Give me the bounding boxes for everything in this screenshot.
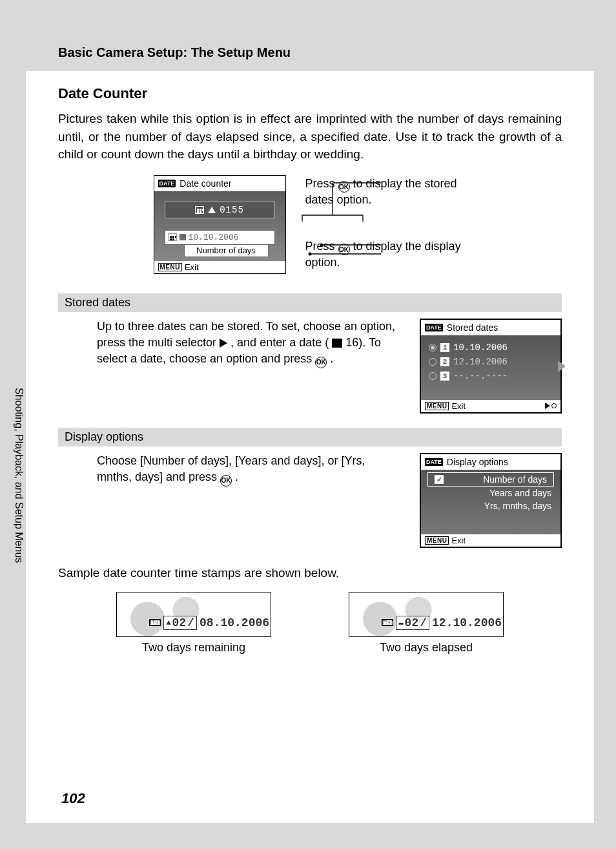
menu-exit-label: Exit [451, 401, 466, 411]
ok-icon: OK [315, 357, 327, 368]
enter-icon [551, 403, 557, 408]
sample-image: 123 ▲ 02/ 08.10.2006 [116, 592, 271, 637]
display-option-label: Yrs, mnths, days [484, 501, 551, 511]
display-options-subsection: Display options Choose [Number of days],… [58, 428, 562, 548]
stored-dates-subsection: Stored dates Up to three dates can be st… [58, 293, 562, 414]
index-badge: 3 [440, 372, 449, 381]
display-option-row: Years and days [424, 487, 558, 499]
menu-chip: MENU [425, 536, 449, 545]
stamp-symbol: ▲ [166, 618, 170, 627]
lcd-stored-dates: DATE Stored dates 1 10.10.2006 2 12.10.2… [420, 319, 562, 414]
body-text: , and enter a date ( [231, 336, 329, 349]
samples-row: 123 ▲ 02/ 08.10.2006 Two days remaining … [58, 592, 562, 655]
lcd-date-counter: DATE Date counter 0155 10.10.2006 Number… [154, 175, 286, 274]
stored-lcd-title: Stored dates [447, 322, 498, 333]
ok-icon: OK [220, 475, 232, 487]
right-triangle-icon [220, 339, 227, 348]
body-text: . [235, 470, 238, 483]
stamp-count: 02 [172, 616, 187, 629]
stamp-symbol: ▬ [398, 618, 403, 627]
stop-icon [180, 234, 186, 240]
stored-date-row: 2 12.10.2006 [424, 355, 558, 369]
date-counter-diagram: DATE Date counter 0155 10.10.2006 Number… [58, 175, 562, 274]
page-header: Basic Camera Setup: The Setup Menu [26, 26, 594, 71]
index-badge: 1 [440, 343, 449, 352]
stamp-date: 12.10.2006 [432, 616, 502, 629]
display-options-text: Choose [Number of days], [Years and days… [97, 453, 400, 487]
lcd-display-options: DATE Display options ✔ Number of days Ye… [420, 453, 562, 548]
side-label: Shooting, Playback, and Setup Menus [13, 388, 25, 563]
sample-image: 123 ▬ 02/ 12.10.2006 [349, 592, 504, 637]
callout-text: Press [305, 240, 338, 253]
stored-date-row: 3 --.--.---- [424, 369, 558, 383]
header-title: Basic Camera Setup: The Setup Menu [58, 45, 594, 60]
sample-caption: Two days elapsed [380, 641, 473, 655]
right-arrow-icon [545, 403, 550, 409]
up-triangle-icon [208, 207, 216, 213]
section-title: Date Counter [58, 85, 562, 102]
display-option-label: Years and days [489, 488, 551, 498]
stored-date-value: --.--.---- [453, 371, 508, 381]
date-icon: DATE [425, 458, 443, 466]
ref-icon [332, 339, 342, 348]
display-option-label: Number of days [447, 474, 547, 485]
intro-paragraph: Pictures taken while this option is in e… [58, 110, 562, 163]
date-icon: 123 [149, 619, 161, 626]
body-text: . [330, 352, 333, 365]
check-icon: ✔ [435, 475, 444, 484]
lcd-counter-value: 0155 [220, 205, 244, 215]
lcd-date-value: 10.10.2006 [189, 233, 239, 242]
display-options-header: Display options [58, 428, 562, 446]
menu-chip: MENU [158, 263, 182, 271]
index-badge: 2 [440, 357, 449, 366]
display-option-row: Yrs, mnths, days [424, 499, 558, 512]
page-number: 102 [61, 790, 85, 807]
date-icon: DATE [158, 180, 176, 187]
callouts: Press OK to display the stored dates opt… [305, 175, 467, 271]
stored-date-row: 1 10.10.2006 [424, 341, 558, 355]
stored-dates-header: Stored dates [58, 293, 562, 312]
callout-top: Press OK to display the stored dates opt… [305, 176, 467, 208]
lcd-sublabel: Number of days [184, 245, 269, 257]
stamp-count: 02 [405, 616, 419, 629]
lcd-title: Date counter [180, 178, 231, 189]
samples-intro: Sample date counter time stamps are show… [58, 566, 562, 580]
ok-icon: OK [338, 181, 350, 193]
stored-dates-text: Up to three dates can be stored. To set,… [97, 319, 400, 368]
radio-icon [429, 358, 436, 366]
stored-date-value: 10.10.2006 [453, 342, 508, 353]
date-icon: 123 [382, 619, 393, 626]
sample-caption: Two days remaining [142, 641, 245, 655]
date-icon: DATE [425, 324, 443, 331]
ok-icon: OK [338, 244, 350, 255]
calendar-icon [195, 206, 204, 214]
calendar-icon [168, 233, 177, 241]
radio-icon [429, 372, 436, 380]
menu-exit-label: Exit [185, 262, 199, 272]
sample-left: 123 ▲ 02/ 08.10.2006 Two days remaining [113, 592, 274, 655]
menu-chip: MENU [425, 402, 449, 410]
callout-bottom: Press OK to display the display option. [305, 239, 467, 271]
radio-icon [429, 344, 436, 351]
chevron-right-icon [558, 361, 566, 372]
display-option-row: ✔ Number of days [427, 472, 554, 487]
menu-exit-label: Exit [451, 536, 466, 545]
sample-right: 123 ▬ 02/ 12.10.2006 Two days elapsed [345, 592, 507, 655]
display-lcd-title: Display options [447, 457, 508, 467]
stored-date-value: 12.10.2006 [453, 357, 508, 367]
stamp-date: 08.10.2006 [200, 616, 269, 629]
callout-text: Press [305, 177, 338, 190]
